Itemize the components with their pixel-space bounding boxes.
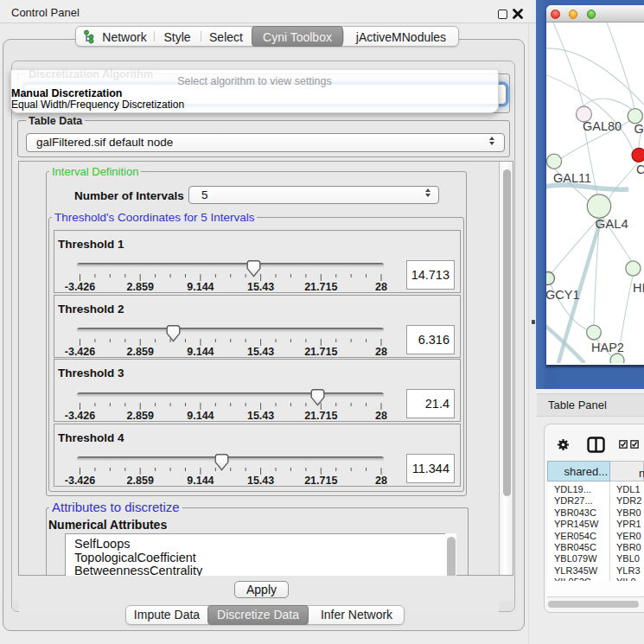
svg-text:GAL4: GAL4 (596, 216, 628, 231)
svg-text:C: C (636, 163, 644, 176)
svg-text:GAL11: GAL11 (553, 171, 591, 185)
svg-text:GAL80: GAL80 (583, 119, 622, 133)
svg-text:HI: HI (633, 281, 644, 295)
svg-text:GA: GA (634, 122, 644, 136)
svg-text:HAP2: HAP2 (591, 341, 624, 354)
svg-text:GCY1: GCY1 (546, 288, 580, 302)
